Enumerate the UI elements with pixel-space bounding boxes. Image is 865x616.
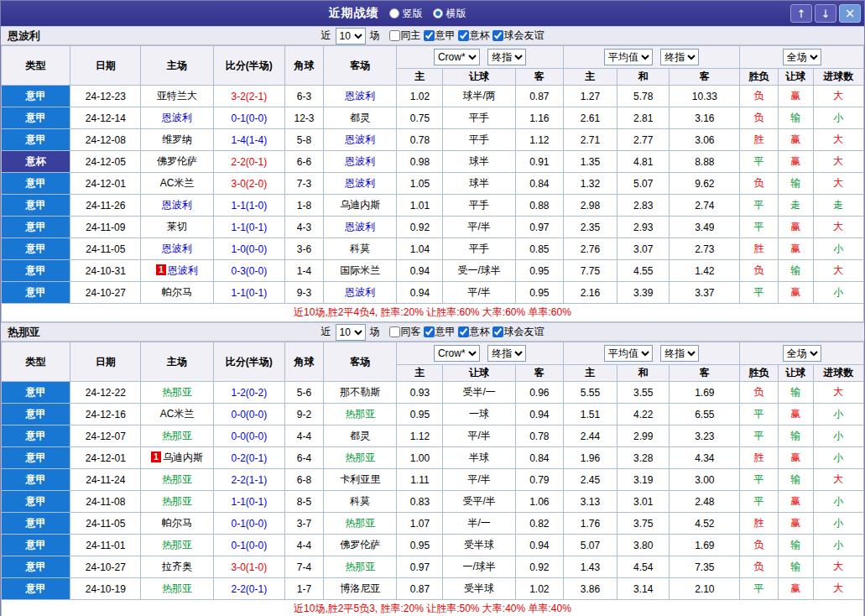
- away-team-cell[interactable]: 博洛尼亚: [324, 578, 397, 600]
- home-team-cell[interactable]: 帕尔马: [141, 282, 213, 304]
- avg-draw-cell: 3.19: [617, 469, 670, 491]
- serie-a-checkbox[interactable]: [424, 326, 435, 337]
- friendly-filter[interactable]: 球会友谊: [492, 325, 545, 339]
- home-team-cell[interactable]: 热那亚: [141, 469, 213, 491]
- away-team-cell[interactable]: 国际米兰: [324, 260, 397, 282]
- same-side-checkbox[interactable]: [389, 30, 400, 41]
- away-team-cell[interactable]: 都灵: [324, 107, 397, 129]
- avg-draw-cell: 3.55: [617, 382, 670, 404]
- home-team-cell[interactable]: 帕尔马: [141, 513, 213, 535]
- league-cell: 意杯: [2, 151, 70, 173]
- home-team-cell[interactable]: 恩波利: [141, 238, 213, 260]
- handicap-result-cell: 赢: [778, 491, 813, 513]
- home-team-cell[interactable]: AC米兰: [141, 173, 213, 195]
- home-team-cell[interactable]: 恩波利: [141, 195, 213, 217]
- handicap-result-cell: 赢: [778, 86, 813, 107]
- odds-away-cell: 0.88: [515, 195, 563, 217]
- average-select[interactable]: 平均值: [604, 345, 653, 362]
- away-team-cell[interactable]: 恩波利: [324, 173, 397, 195]
- home-team-cell[interactable]: 热那亚: [141, 491, 213, 513]
- away-team-cell[interactable]: 那不勒斯: [324, 382, 397, 404]
- serie-a-checkbox[interactable]: [424, 30, 435, 41]
- home-team-cell[interactable]: 恩波利: [141, 107, 213, 129]
- company-select[interactable]: Crow*: [434, 345, 480, 362]
- layout-vertical-radio[interactable]: 竖版: [389, 7, 423, 21]
- rounds-select[interactable]: 10: [336, 28, 366, 44]
- company-stage-select[interactable]: 终指: [487, 345, 526, 362]
- away-team-cell[interactable]: 卡利亚里: [324, 469, 397, 491]
- home-team-cell[interactable]: 莱切: [141, 217, 213, 238]
- col-corners-header: 角球: [284, 46, 323, 86]
- home-team-cell[interactable]: 热那亚: [141, 535, 213, 556]
- scope-select[interactable]: 全场: [783, 49, 821, 65]
- away-team-cell[interactable]: 恩波利: [324, 282, 397, 304]
- serie-a-filter[interactable]: 意甲: [424, 325, 456, 339]
- average-stage-select[interactable]: 终指: [660, 345, 699, 362]
- home-team-cell[interactable]: 佛罗伦萨: [141, 151, 213, 173]
- away-team-cell[interactable]: 都灵: [324, 425, 397, 447]
- same-side-checkbox[interactable]: [389, 326, 400, 337]
- away-team-cell[interactable]: 科莫: [324, 491, 397, 513]
- goals-cell: 小: [813, 404, 863, 425]
- odds-away-header: 客: [515, 69, 563, 86]
- average-stage-select[interactable]: 终指: [660, 49, 699, 65]
- average-select[interactable]: 平均值: [604, 49, 653, 65]
- move-down-button[interactable]: ↓: [815, 4, 836, 23]
- move-up-button[interactable]: ↑: [790, 4, 812, 23]
- close-button[interactable]: ×: [839, 4, 861, 23]
- home-team-cell[interactable]: 1恩波利: [141, 260, 213, 282]
- corners-cell: 6-6: [284, 151, 323, 173]
- coppa-checkbox[interactable]: [458, 326, 469, 337]
- away-team-cell[interactable]: 科莫: [324, 238, 397, 260]
- goals-header: 进球数: [813, 365, 863, 382]
- away-team-cell[interactable]: 热那亚: [324, 556, 397, 578]
- match-row: 意甲24-11-08热那亚1-1(0-1)8-5科莫0.83受平/半1.063.…: [2, 491, 864, 513]
- away-team-cell[interactable]: 热那亚: [324, 447, 397, 469]
- home-team-cell[interactable]: 热那亚: [141, 425, 213, 447]
- corners-cell: 12-3: [284, 107, 323, 129]
- company-stage-select[interactable]: 终指: [487, 49, 526, 65]
- handicap-result-cell: 赢: [778, 447, 813, 469]
- avg-draw-cell: 3.80: [617, 535, 670, 556]
- away-team-cell[interactable]: 佛罗伦萨: [324, 535, 397, 556]
- red-card-badge: 1: [151, 452, 161, 462]
- avg-home-cell: 1.27: [563, 86, 617, 107]
- avg-away-header: 客: [670, 365, 740, 382]
- coppa-filter[interactable]: 意杯: [458, 29, 490, 43]
- home-team-cell[interactable]: 维罗纳: [141, 129, 213, 151]
- friendly-checkbox[interactable]: [492, 326, 503, 337]
- score-cell: 0-1(0-0): [213, 513, 284, 535]
- serie-a-filter[interactable]: 意甲: [424, 29, 456, 43]
- score-cell: 1-0(0-0): [213, 238, 284, 260]
- company-select[interactable]: Crow*: [434, 49, 480, 65]
- avg-draw-cell: 2.99: [617, 425, 670, 447]
- home-team-cell[interactable]: 热那亚: [141, 578, 213, 600]
- result-cell: 平: [740, 425, 778, 447]
- away-team-cell[interactable]: 恩波利: [324, 129, 397, 151]
- odds-away-cell: 0.92: [515, 556, 563, 578]
- layout-horizontal-radio[interactable]: 横版: [433, 7, 466, 21]
- away-team-cell[interactable]: 恩波利: [324, 151, 397, 173]
- home-team-cell[interactable]: 热那亚: [141, 382, 213, 404]
- avg-draw-cell: 2.83: [617, 195, 670, 217]
- away-team-cell[interactable]: 乌迪内斯: [324, 195, 397, 217]
- corners-cell: 6-4: [284, 447, 323, 469]
- scope-select[interactable]: 全场: [783, 345, 821, 362]
- home-team-cell[interactable]: 亚特兰大: [141, 86, 213, 107]
- home-team-cell[interactable]: 1乌迪内斯: [141, 447, 213, 469]
- away-team-cell[interactable]: 热那亚: [324, 404, 397, 425]
- coppa-checkbox[interactable]: [458, 30, 469, 41]
- away-team-cell[interactable]: 恩波利: [324, 86, 397, 107]
- odds-away-cell: 0.95: [515, 282, 563, 304]
- coppa-filter[interactable]: 意杯: [458, 325, 490, 339]
- away-team-cell[interactable]: 热那亚: [324, 513, 397, 535]
- friendly-filter[interactable]: 球会友谊: [492, 29, 545, 43]
- away-team-cell[interactable]: 恩波利: [324, 217, 397, 238]
- corners-cell: 1-7: [284, 578, 323, 600]
- friendly-checkbox[interactable]: [492, 30, 503, 41]
- home-team-cell[interactable]: AC米兰: [141, 404, 213, 425]
- same-side-filter[interactable]: 同主: [389, 29, 421, 43]
- home-team-cell[interactable]: 拉齐奥: [141, 556, 213, 578]
- same-side-filter[interactable]: 同客: [389, 325, 421, 339]
- rounds-select[interactable]: 10: [336, 324, 366, 341]
